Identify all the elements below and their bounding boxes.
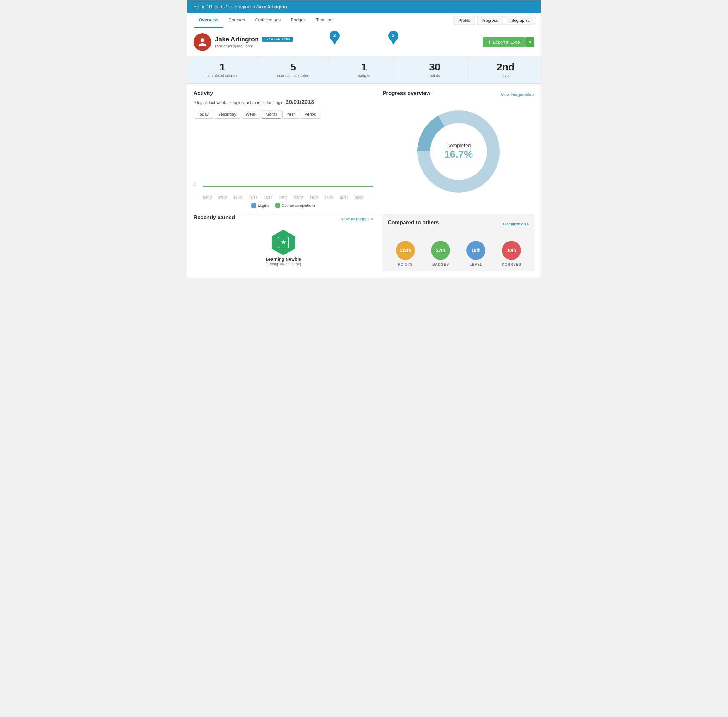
breadcrumb-sep: / bbox=[226, 4, 228, 9]
recently-earned-header: Recently earned View all badges > bbox=[194, 214, 373, 223]
stats-row: 1 completed courses 5 courses not starte… bbox=[187, 56, 541, 84]
user-name-text: Jake Arlington bbox=[215, 36, 259, 43]
legend-logins-dot bbox=[252, 203, 256, 208]
export-excel-button[interactable]: ⬇ Export in Excel bbox=[482, 37, 526, 47]
chart-y-zero: 0 bbox=[194, 182, 196, 186]
legend-completions: Course completions bbox=[275, 203, 315, 208]
svg-text:2: 2 bbox=[333, 33, 336, 38]
filter-year[interactable]: Year bbox=[282, 110, 299, 119]
ranking-circles: 112th POINTS 27th BADGES 18th LEVEL bbox=[388, 241, 530, 266]
stat-label-level: level bbox=[473, 73, 537, 78]
main-content: Activity 0 logins last week · 0 logins l… bbox=[187, 84, 541, 214]
map-pin-2: 2 bbox=[329, 31, 340, 44]
chart-line-completions bbox=[203, 186, 373, 186]
rank-badges: 27th BADGES bbox=[431, 241, 450, 266]
donut-center-text: Completed 16.7% bbox=[444, 143, 473, 160]
tab-certifications[interactable]: Certifications bbox=[250, 13, 285, 28]
filter-week[interactable]: Week bbox=[242, 110, 260, 119]
main-nav: Overview Courses Certifications Badges T… bbox=[187, 13, 541, 28]
donut-completed-label: Completed bbox=[444, 143, 473, 149]
tab-courses[interactable]: Courses bbox=[223, 13, 250, 28]
activity-info: 0 logins last week · 0 logins last month… bbox=[194, 99, 373, 105]
stat-number-badges: 1 bbox=[332, 62, 396, 72]
rank-courses-value: 10th bbox=[507, 248, 516, 253]
rank-circle-level: 18th bbox=[467, 241, 485, 260]
logins-month-count: 0 bbox=[229, 100, 232, 105]
compared-panel: Compared to others Gamification > 112th … bbox=[383, 214, 534, 271]
progress-panel: Progress overview View infographic > C bbox=[383, 90, 534, 208]
learner-type-badge: LEARNER-TYPE bbox=[262, 37, 293, 42]
rank-level-label: LEVEL bbox=[470, 262, 482, 266]
badge-name: Learning Newbie bbox=[266, 257, 301, 262]
breadcrumb-sep: / bbox=[206, 4, 209, 9]
svg-text:3: 3 bbox=[392, 33, 395, 38]
stat-completed-courses: 1 completed courses bbox=[187, 56, 258, 84]
donut-chart: Completed 16.7% bbox=[414, 107, 503, 196]
tab-badges[interactable]: Badges bbox=[285, 13, 311, 28]
rank-courses: 10th COURSES bbox=[502, 241, 521, 266]
export-group: ⬇ Export in Excel ▾ bbox=[482, 37, 534, 47]
stat-badges: 1 badges bbox=[329, 56, 400, 84]
profile-button[interactable]: Profile bbox=[454, 16, 475, 25]
rank-points-label: POINTS bbox=[398, 262, 413, 266]
nav-actions: Profile Progress Infographic bbox=[454, 16, 534, 25]
filter-period[interactable]: Period bbox=[300, 110, 321, 119]
view-all-badges-link[interactable]: View all badges > bbox=[341, 217, 373, 221]
stat-number-not-started: 5 bbox=[261, 62, 325, 72]
rank-circle-courses: 10th bbox=[502, 241, 521, 260]
time-filters: Today Yesterday Week Month Year Period bbox=[194, 110, 373, 119]
recently-earned-title: Recently earned bbox=[194, 214, 235, 221]
rank-points: 112th POINTS bbox=[396, 241, 415, 266]
svg-marker-2 bbox=[331, 40, 338, 44]
infographic-button[interactable]: Infographic bbox=[505, 16, 534, 25]
filter-month[interactable]: Month bbox=[261, 110, 281, 119]
user-header: Jake Arlington LEARNER-TYPE randomer@mai… bbox=[187, 28, 541, 56]
legend-logins-label: Logins bbox=[258, 203, 269, 208]
activity-chart: 0 bbox=[194, 124, 373, 193]
logins-month-label: logins last month · last login: bbox=[233, 100, 285, 105]
stat-not-started: 5 courses not started bbox=[258, 56, 329, 84]
breadcrumb-reports[interactable]: Reports bbox=[209, 4, 224, 9]
view-infographic-link[interactable]: View infographic > bbox=[501, 92, 534, 97]
chart-x-labels: 04/12 07/12 10/12 13/12 16/12 19/12 22/1… bbox=[194, 196, 373, 200]
progress-title: Progress overview bbox=[383, 90, 430, 96]
stat-number-points: 30 bbox=[403, 62, 467, 72]
compared-header: Compared to others Gamification > bbox=[388, 220, 530, 228]
stat-label-not-started: courses not started bbox=[261, 73, 325, 78]
filter-today[interactable]: Today bbox=[194, 110, 213, 119]
breadcrumb-home[interactable]: Home bbox=[194, 4, 205, 9]
rank-badges-value: 27th bbox=[436, 248, 445, 253]
legend-completions-label: Course completions bbox=[282, 203, 315, 208]
last-login-date: 20/01/2018 bbox=[285, 99, 314, 105]
topbar: Home / Reports / User reports / Jake Arl… bbox=[187, 0, 541, 13]
rank-level-value: 18th bbox=[472, 248, 481, 253]
filter-yesterday[interactable]: Yesterday bbox=[214, 110, 240, 119]
breadcrumb: Home / Reports / User reports / Jake Arl… bbox=[194, 4, 287, 9]
rank-level: 18th LEVEL bbox=[467, 241, 485, 266]
logins-week-count: 0 bbox=[194, 100, 196, 105]
logins-week-label: logins last week · bbox=[197, 100, 230, 105]
compared-title: Compared to others bbox=[388, 220, 439, 226]
tab-overview[interactable]: Overview bbox=[194, 13, 223, 28]
svg-marker-5 bbox=[390, 40, 397, 44]
badge-svg: ★ bbox=[269, 228, 298, 257]
tab-timeline[interactable]: Timeline bbox=[311, 13, 337, 28]
stat-label-points: points bbox=[403, 73, 467, 78]
progress-button[interactable]: Progress bbox=[477, 16, 503, 25]
stat-level: 2nd level bbox=[470, 56, 541, 84]
gamification-link[interactable]: Gamification > bbox=[503, 221, 530, 226]
map-pins: 2 3 bbox=[329, 31, 399, 44]
badge-item: ★ Learning Newbie (1 completed course) bbox=[194, 228, 373, 266]
donut-percent-value: 16.7% bbox=[444, 149, 473, 160]
bottom-content: Recently earned View all badges > ★ Lear… bbox=[187, 214, 541, 278]
stat-label-completed: completed courses bbox=[191, 73, 255, 78]
recently-earned-panel: Recently earned View all badges > ★ Lear… bbox=[194, 214, 383, 271]
avatar bbox=[194, 33, 211, 51]
legend-logins: Logins bbox=[252, 203, 269, 208]
rank-circle-points: 112th bbox=[396, 241, 415, 260]
rank-courses-label: COURSES bbox=[502, 262, 521, 266]
activity-panel: Activity 0 logins last week · 0 logins l… bbox=[194, 90, 383, 208]
rank-points-value: 112th bbox=[400, 248, 411, 253]
export-dropdown-button[interactable]: ▾ bbox=[526, 37, 534, 47]
breadcrumb-user-reports[interactable]: User reports bbox=[228, 4, 253, 9]
